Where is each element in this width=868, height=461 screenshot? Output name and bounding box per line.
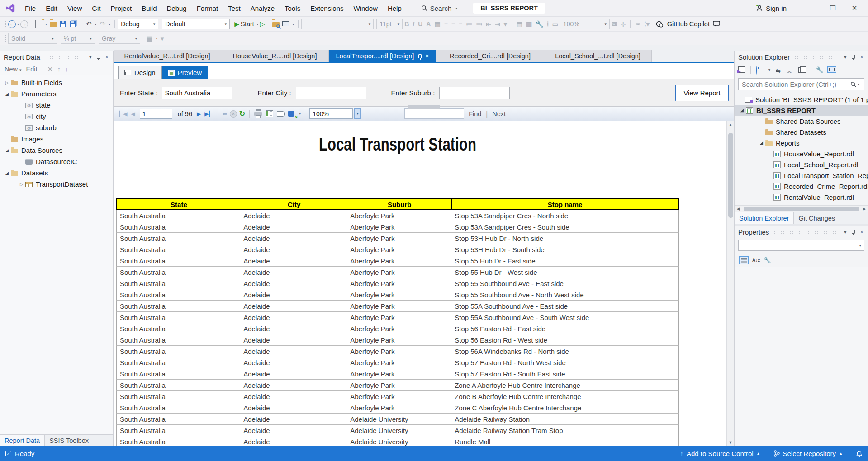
new-button[interactable]: New ▾ [5,66,22,73]
tab-preview[interactable]: Preview [162,66,208,79]
refresh-icon[interactable]: ↻ [239,109,245,118]
find-input[interactable] [404,108,464,119]
tree-item[interactable]: Reports [735,137,868,148]
tree-item[interactable]: state [0,99,113,111]
edit-button[interactable]: Edit... [26,66,43,73]
menu-item[interactable]: Tools [280,5,305,12]
chevron-down-icon[interactable]: ▾ [299,112,301,116]
character-spacing-icon[interactable]: ▦ [432,20,442,28]
expand-icon[interactable] [758,141,765,145]
print-icon[interactable] [254,110,262,117]
tree-item[interactable]: Solution 'BI_SSRS REPORT' (1 of 1 pro [735,94,868,105]
scroll-left-icon[interactable]: ◀ [735,207,742,211]
window-position-icon[interactable]: ▾ [88,55,93,60]
formatting-overflow-icon[interactable]: ▾ [502,20,509,28]
window-position-icon[interactable]: ▾ [843,55,848,60]
chevron-down-icon[interactable]: ▾ [858,82,859,86]
scrollbar-thumb[interactable] [728,133,733,218]
close-icon[interactable]: × [104,55,109,60]
tree-item[interactable]: Built-in Fields [0,77,113,88]
pin-icon[interactable] [418,52,422,60]
pin-icon[interactable] [850,230,856,235]
expand-icon[interactable] [4,80,10,85]
tab-git-changes[interactable]: Git Changes [794,212,840,224]
tree-item[interactable]: LocalTransport_Station_Repo [735,170,868,181]
stop-rendering-icon[interactable]: ✕ [230,110,237,118]
export-icon[interactable] [288,110,296,117]
chevron-down-icon[interactable]: ▾ [95,22,97,26]
solution-search-input[interactable]: Search Solution Explorer (Ctrl+;) ▾ [738,78,864,90]
align-right-icon[interactable]: ≡ [457,20,464,28]
menu-item[interactable]: Test [223,5,246,12]
view-report-button[interactable]: View Report [675,85,729,101]
github-copilot-button[interactable]: GitHub Copilot [656,20,720,28]
chevron-down-icon[interactable]: ▾ [156,36,157,40]
close-icon[interactable]: × [859,230,864,235]
zoom-combo[interactable]: 100%▾ [560,19,610,29]
bullet-list-icon[interactable]: ≕ [474,20,484,28]
font-color-icon[interactable]: A [424,20,432,28]
font-size-combo[interactable]: 11pt▾ [376,19,403,29]
expand-icon[interactable] [4,148,10,153]
preview-selected-items-icon[interactable] [827,66,836,73]
expand-icon[interactable] [4,171,10,175]
tree-item[interactable]: city [0,111,113,122]
toolbar-overflow-icon[interactable]: ▾ [292,22,294,26]
tab-report-data[interactable]: Report Data [0,435,45,446]
tree-item[interactable]: TransportDataset [0,179,113,190]
first-page-icon[interactable]: ▎◀ [117,111,129,117]
expand-icon[interactable] [739,108,745,113]
window-position-icon[interactable]: ▾ [843,230,848,235]
menu-item[interactable]: Edit [41,5,62,12]
tree-item[interactable]: suburb [0,122,113,133]
select-repository-button[interactable]: Select Repository ▲ [773,450,843,457]
properties-object-combo[interactable]: ▾ [738,240,864,251]
menu-item[interactable]: File [20,5,41,12]
find-in-files-icon[interactable] [272,20,280,28]
property-pages-icon[interactable]: 🔧 [764,257,771,263]
redo-icon[interactable]: ↷ [98,20,108,28]
start-debug-icon[interactable]: ▶ [234,20,239,28]
pin-icon[interactable] [95,55,101,60]
switch-views-icon[interactable] [738,66,745,73]
previous-page-icon[interactable]: ◀ [129,111,137,117]
decrease-indent-icon[interactable]: ⇤ [484,20,493,28]
last-page-icon[interactable]: ▶▎ [203,111,214,117]
viewer-zoom-dropdown[interactable]: ▾ [354,108,361,119]
menu-item[interactable]: Analyze [246,5,280,12]
page-setup-icon[interactable] [277,110,285,117]
undo-icon[interactable]: ↶ [84,20,94,28]
add-to-source-control-button[interactable]: ↑ Add to Source Control ▲ [680,450,760,457]
menu-item[interactable]: Git [87,5,105,12]
border-style-combo[interactable]: Solid▾ [8,33,57,44]
chevron-down-icon[interactable]: ▾ [17,22,19,26]
search-icon[interactable] [850,81,856,87]
new-project-icon[interactable] [35,20,43,28]
tab-design[interactable]: Design [118,66,162,79]
move-down-icon[interactable]: ↓ [65,66,68,73]
minimize-button[interactable]: — [801,1,821,15]
increase-indent-icon[interactable]: ⇥ [493,20,502,28]
horizontal-scrollbar[interactable]: ◀ ▶ [735,205,868,212]
menu-item[interactable]: Help [383,5,407,12]
show-all-files-icon[interactable] [798,67,803,73]
background-tasks-icon[interactable]: ✓ [5,451,11,456]
numbered-list-icon[interactable]: ≔ [464,20,474,28]
categorized-icon[interactable] [739,256,749,264]
font-name-combo[interactable]: ▾ [301,19,374,29]
solution-platform-combo[interactable]: Default▾ [162,19,230,29]
editor-tab[interactable]: HouseValue_R....rdl [Design] × [221,50,329,62]
tree-item[interactable]: DatasourceIC [0,156,113,167]
sign-in-button[interactable]: + Sign in [756,5,787,12]
sort-alphabetical-icon[interactable]: A↓Z [752,258,760,263]
toolbar-overflow-icon[interactable]: ▾ [159,35,166,42]
city-param-input[interactable] [296,87,366,99]
notifications-bell-icon[interactable] [856,450,863,457]
back-to-parent-icon[interactable]: ⬅ [221,111,229,117]
close-icon[interactable]: × [425,52,429,60]
print-layout-icon[interactable] [266,110,273,117]
align-left-icon[interactable]: ≡ [442,20,450,28]
tab-solution-explorer[interactable]: Solution Explorer [735,212,794,224]
close-icon[interactable]: × [859,55,864,60]
navigate-back-button[interactable]: ← [8,20,16,28]
